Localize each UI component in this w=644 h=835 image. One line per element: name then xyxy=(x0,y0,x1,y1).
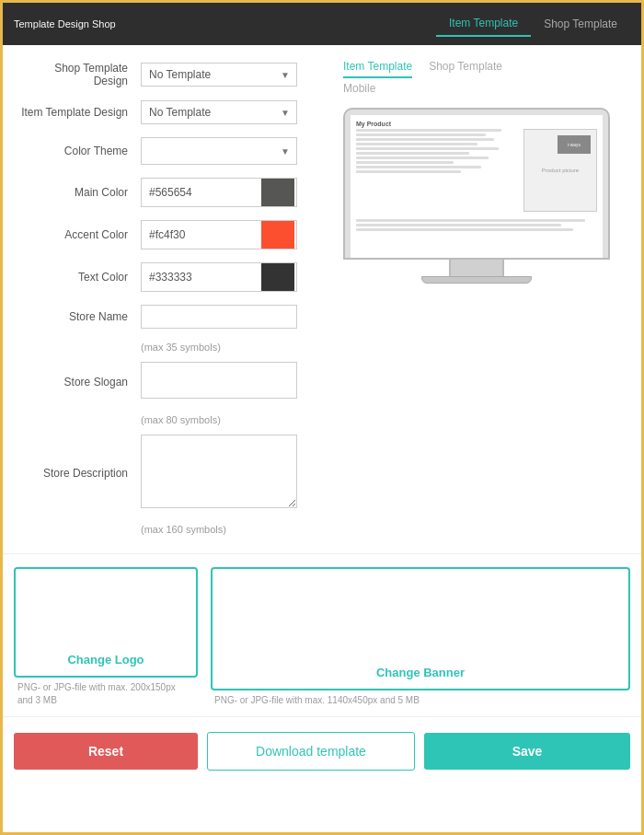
shop-template-label: Shop Template Design xyxy=(21,62,141,87)
screen-line-8 xyxy=(356,161,454,164)
store-slogan-control xyxy=(141,362,325,401)
store-slogan-hint: (max 80 symbols) xyxy=(141,414,325,425)
logo-upload-outer: Change Logo PNG- or JPG-file with max. 2… xyxy=(14,567,198,707)
store-slogan-row: Store Slogan xyxy=(21,362,325,401)
screen-left-text xyxy=(356,129,518,212)
screen-line-3 xyxy=(356,138,494,141)
color-theme-label: Color Theme xyxy=(21,145,141,157)
item-template-select-wrap: No Template ▼ xyxy=(141,100,297,124)
preview-tab-row-2: Mobile xyxy=(343,82,628,99)
screen-logo-area: i-ways xyxy=(558,135,591,154)
screen-line-9 xyxy=(356,166,481,168)
screen-text-lines: i-ways Product picture xyxy=(356,129,597,212)
screen-line-1 xyxy=(356,129,501,132)
shop-template-select-wrap: No Template ▼ xyxy=(141,63,297,87)
accent-color-row: Accent Color xyxy=(21,220,325,249)
text-color-input[interactable] xyxy=(142,266,261,288)
screen-bottom-lines xyxy=(356,219,597,231)
screen-product-title: My Product xyxy=(356,121,597,127)
logo-upload-label[interactable]: Change Logo xyxy=(67,653,144,667)
accent-color-input[interactable] xyxy=(142,224,261,246)
text-color-row: Text Color xyxy=(21,262,325,292)
item-template-select[interactable]: No Template xyxy=(141,100,297,124)
preview-tab-item[interactable]: Item Template xyxy=(343,60,412,78)
preview-tab-shop[interactable]: Shop Template xyxy=(429,60,502,78)
store-name-control xyxy=(141,305,325,329)
form-panel: Shop Template Design No Template ▼ Item … xyxy=(3,45,343,553)
text-color-input-wrap xyxy=(141,262,297,292)
banner-upload-hint: PNG- or JPG-file with max. 1140x450px an… xyxy=(211,694,630,707)
color-theme-row: Color Theme ▼ xyxy=(21,137,325,165)
tab-item-template[interactable]: Item Template xyxy=(436,11,531,37)
main-color-label: Main Color xyxy=(21,186,141,199)
preview-panel: Item Template Shop Template Mobile My Pr… xyxy=(343,45,641,553)
item-template-label: Item Template Design xyxy=(21,106,141,119)
color-theme-select-wrap: ▼ xyxy=(141,137,297,165)
download-button[interactable]: Download template xyxy=(207,732,415,771)
store-name-label: Store Name xyxy=(21,310,141,323)
main-color-row: Main Color xyxy=(21,178,325,207)
screen-line-7 xyxy=(356,157,489,159)
main-color-swatch[interactable] xyxy=(261,179,294,206)
screen-right-img: i-ways Product picture xyxy=(523,129,597,212)
store-slogan-label: Store Slogan xyxy=(21,376,141,389)
banner-upload-label[interactable]: Change Banner xyxy=(376,666,465,679)
main-color-input[interactable] xyxy=(142,181,261,203)
store-name-row: Store Name xyxy=(21,305,325,329)
monitor-stand-neck xyxy=(449,260,504,276)
text-color-swatch[interactable] xyxy=(261,263,294,291)
shop-template-row: Shop Template Design No Template ▼ xyxy=(21,62,325,87)
item-template-row: Item Template Design No Template ▼ xyxy=(21,100,325,124)
screen-b-line-1 xyxy=(356,219,585,222)
screen-content: My Product xyxy=(351,115,603,238)
monitor-outer: My Product xyxy=(343,108,610,260)
logo-upload-hint: PNG- or JPG-file with max. 200x150pxand … xyxy=(14,681,198,707)
banner-upload-outer: Change Banner PNG- or JPG-file with max.… xyxy=(211,567,630,707)
store-name-input[interactable] xyxy=(141,305,297,329)
store-desc-label: Store Description xyxy=(21,467,141,480)
upload-section: Change Logo PNG- or JPG-file with max. 2… xyxy=(3,554,641,716)
shop-template-control: No Template ▼ xyxy=(141,63,325,87)
preview-tab-mobile[interactable]: Mobile xyxy=(343,82,375,99)
color-theme-select[interactable] xyxy=(141,137,297,165)
tab-shop-template[interactable]: Shop Template xyxy=(531,12,630,36)
monitor-graphic: My Product xyxy=(343,108,610,284)
store-desc-input[interactable] xyxy=(141,435,297,508)
store-slogan-input[interactable] xyxy=(141,362,297,399)
text-color-label: Text Color xyxy=(21,271,141,284)
logo-upload-box[interactable]: Change Logo xyxy=(14,567,198,678)
store-desc-hint: (max 160 symbols) xyxy=(141,524,325,535)
shop-template-select[interactable]: No Template xyxy=(141,63,297,87)
accent-color-input-wrap xyxy=(141,220,297,249)
screen-line-5 xyxy=(356,147,499,150)
reset-button[interactable]: Reset xyxy=(14,733,198,770)
header-tabs: Item Template Shop Template xyxy=(436,11,630,37)
screen-line-4 xyxy=(356,143,477,145)
monitor-screen: My Product xyxy=(351,115,603,258)
banner-upload-box[interactable]: Change Banner xyxy=(211,567,630,690)
accent-color-swatch[interactable] xyxy=(261,221,294,249)
item-template-control: No Template ▼ xyxy=(141,100,325,124)
screen-logo-text: i-ways xyxy=(568,142,581,147)
header-bar: Template Design Shop Item Template Shop … xyxy=(3,3,641,45)
screen-line-10 xyxy=(356,170,461,173)
screen-product-pic: Product picture xyxy=(542,168,579,173)
shop-logo-text: Template Design Shop xyxy=(14,17,116,30)
main-content: Shop Template Design No Template ▼ Item … xyxy=(3,45,641,553)
monitor-stand-base xyxy=(421,276,532,284)
color-theme-control: ▼ xyxy=(141,137,325,165)
preview-tab-row: Item Template Shop Template xyxy=(343,60,628,78)
store-name-hint: (max 35 symbols) xyxy=(141,342,325,353)
screen-b-line-2 xyxy=(356,224,561,226)
footer-buttons: Reset Download template Save xyxy=(3,717,641,785)
main-color-input-wrap xyxy=(141,178,297,207)
screen-line-6 xyxy=(356,152,469,155)
screen-line-2 xyxy=(356,133,486,136)
store-desc-control xyxy=(141,435,325,511)
accent-color-label: Accent Color xyxy=(21,228,141,241)
screen-b-line-3 xyxy=(356,228,573,231)
save-button[interactable]: Save xyxy=(424,733,630,770)
store-desc-row: Store Description xyxy=(21,435,325,511)
